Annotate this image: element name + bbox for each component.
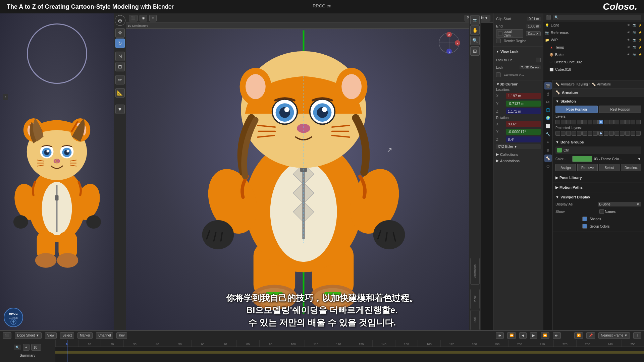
timeline-frame-input[interactable]: 10	[31, 344, 41, 351]
tool-tab[interactable]: Tool	[473, 317, 477, 323]
layer-12[interactable]	[620, 120, 625, 124]
viewport-display-title[interactable]: ▼ Viewport Display	[555, 194, 641, 200]
bake-cam-icon[interactable]: 📷	[632, 52, 637, 57]
x-icon[interactable]: ✕	[536, 32, 539, 36]
layer-8[interactable]	[598, 120, 603, 124]
layer-0[interactable]	[555, 120, 560, 124]
wip-rend-icon[interactable]: ⚡	[638, 38, 642, 42]
temp-rend-icon[interactable]: ⚡	[638, 45, 642, 50]
view-menu[interactable]: View	[45, 332, 57, 339]
measure-tool[interactable]: 📐	[115, 88, 125, 98]
dope-sheet-dropdown[interactable]: Dope Sheet ▼	[15, 332, 42, 339]
hand-btn[interactable]: ✋	[470, 25, 480, 35]
ref-rend-icon[interactable]: ⚡	[638, 30, 642, 35]
extra-btn[interactable]: ⋮	[633, 332, 641, 339]
viewport-shading-btn[interactable]: ◉	[140, 15, 147, 21]
world-props-icon[interactable]: 🌍	[544, 114, 552, 122]
prot-4[interactable]	[577, 131, 582, 136]
bake-rend-icon[interactable]: ⚡	[638, 52, 642, 57]
temp-eye-icon[interactable]: 👁	[626, 45, 631, 50]
jump-next-btn[interactable]: ⏩	[541, 332, 549, 339]
outliner-item-cube[interactable]: ⬜ Cube.018	[543, 66, 644, 73]
group-colors-checkbox[interactable]	[582, 224, 587, 229]
ctrl-bone-group[interactable]: Ctrl	[555, 146, 641, 154]
channel-menu[interactable]: Channel	[96, 332, 113, 339]
layer-1[interactable]	[561, 120, 566, 124]
select-menu[interactable]: Select	[60, 332, 74, 339]
prot-5[interactable]	[582, 131, 587, 136]
layer-11[interactable]	[614, 120, 619, 124]
prot-14[interactable]	[631, 131, 635, 136]
skeleton-title[interactable]: ▼ Skeleton	[555, 98, 641, 105]
prot-7[interactable]	[593, 131, 598, 136]
prot-0[interactable]	[555, 131, 560, 136]
light-eye-icon[interactable]: 👁	[626, 23, 631, 27]
prot-3[interactable]	[572, 131, 576, 136]
wip-eye-icon[interactable]: 👁	[626, 38, 631, 42]
layer-14[interactable]	[631, 120, 635, 124]
prot-13[interactable]	[625, 131, 630, 136]
view-layer-icon[interactable]: 🗂	[544, 98, 552, 106]
lock-obj-checkbox[interactable]	[536, 58, 541, 62]
prot-8[interactable]	[598, 131, 603, 136]
overlay-btn[interactable]: ⊙	[149, 15, 157, 21]
ca-btn[interactable]: Ca... ✕	[526, 31, 541, 36]
rot-x-value[interactable]: 93.6°	[506, 121, 541, 127]
ref-cam-icon[interactable]: 📷	[632, 30, 637, 35]
layer-9[interactable]	[604, 120, 608, 124]
cursor-z-value[interactable]: 1.171 m	[506, 108, 541, 114]
layer-7[interactable]	[593, 120, 598, 124]
play-btn[interactable]: ▶	[530, 332, 537, 339]
layer-5[interactable]	[582, 120, 587, 124]
frame-rate-dropdown[interactable]: Nearest Frame ▼	[598, 332, 630, 339]
local-cam-checkbox[interactable]	[498, 31, 502, 36]
clip-start-value[interactable]: 0.01 m	[527, 17, 541, 21]
layer-2[interactable]	[566, 120, 571, 124]
rot-z-value[interactable]: 8.4°	[506, 136, 541, 142]
display-as-value[interactable]: B-Bone ▼	[598, 202, 642, 206]
layer-10[interactable]	[609, 120, 614, 124]
prot-11[interactable]	[614, 131, 619, 136]
lock-value[interactable]: To 3D Cursor	[520, 65, 541, 69]
object-data-icon[interactable]: 🦴	[544, 155, 552, 162]
camera-vi-checkbox[interactable]	[496, 72, 501, 77]
color-dropdown-arrow[interactable]: ▼	[637, 157, 641, 161]
jump-start-btn[interactable]: ⏮	[496, 332, 504, 339]
prot-12[interactable]	[620, 131, 625, 136]
filter-btn[interactable]: 🔽	[574, 332, 583, 339]
rest-position-btn[interactable]: Rest Position	[599, 106, 641, 113]
layer-15[interactable]	[636, 120, 641, 124]
collections-row[interactable]: ▶ Collections	[493, 151, 543, 158]
camera-btn[interactable]: 📷	[470, 15, 480, 24]
deselect-btn[interactable]: Deselect	[621, 164, 641, 171]
physics-icon[interactable]: ⊕	[544, 146, 552, 154]
scale-tool[interactable]: ⇲	[115, 52, 125, 61]
timeline-add-btn[interactable]: +	[23, 344, 30, 351]
wip-cam-icon[interactable]: 📷	[632, 38, 637, 42]
object-props-icon[interactable]: ⬜	[544, 122, 552, 130]
jump-end-btn[interactable]: ⏭	[553, 332, 561, 339]
modifier-props-icon[interactable]: 🔧	[544, 130, 552, 138]
names-checkbox[interactable]	[599, 209, 604, 214]
bone-groups-header[interactable]: ▼ Bone Groups	[555, 139, 641, 145]
layer-13[interactable]	[625, 120, 630, 124]
select-btn[interactable]: Select	[599, 164, 620, 171]
nav-gizmo-center[interactable]: Z X -Z	[437, 31, 461, 55]
view-tab[interactable]: View	[473, 296, 477, 302]
key-menu[interactable]: Key	[116, 332, 127, 339]
clip-end-value[interactable]: 1000 m	[526, 24, 541, 28]
light-camera-icon[interactable]: 📷	[632, 23, 637, 27]
timeline-editor-btn[interactable]: ⬛	[3, 332, 11, 339]
pin-btn[interactable]: 📌	[586, 332, 595, 339]
temp-cam-icon[interactable]: 📷	[632, 45, 637, 50]
prot-6[interactable]	[588, 131, 592, 136]
scene-props-icon[interactable]: 🌐	[544, 106, 552, 114]
color-swatch[interactable]	[572, 156, 592, 162]
rotate-tool[interactable]: ↻	[115, 39, 125, 48]
outliner-item-bezier[interactable]: 〰 BezierCurve.002	[543, 58, 644, 66]
material-icon[interactable]: ⬡	[544, 163, 552, 170]
outliner-item-ref[interactable]: 📷 Reference. 👁 📷 ⚡	[543, 29, 644, 36]
shapes-checkbox[interactable]	[582, 217, 587, 221]
jump-prev-btn[interactable]: ⏪	[507, 332, 516, 339]
render-region-checkbox[interactable]	[496, 39, 501, 43]
